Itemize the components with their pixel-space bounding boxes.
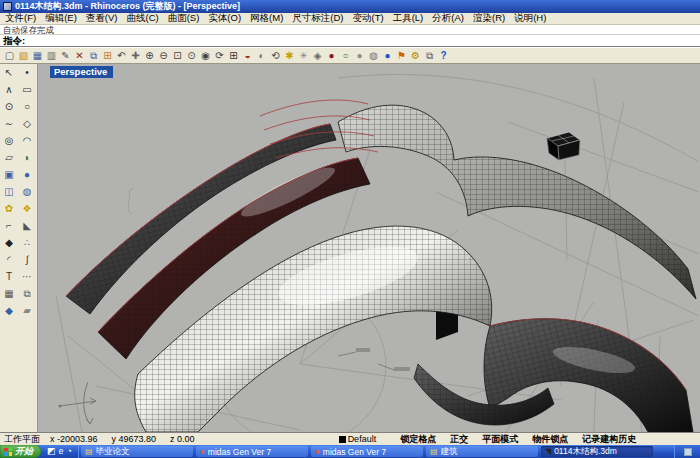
- curve-icon[interactable]: ∼: [0, 116, 18, 132]
- array-icon[interactable]: ▦: [0, 286, 18, 302]
- toggle-2[interactable]: 平面模式: [482, 433, 518, 446]
- circle-center-icon[interactable]: ⊙: [0, 99, 18, 115]
- viewport-layout-icon[interactable]: ⊞: [227, 49, 240, 63]
- start-button[interactable]: 开始: [0, 445, 41, 458]
- menu-item-8[interactable]: 变动(T): [353, 12, 384, 25]
- viewport-title[interactable]: Perspective: [50, 66, 113, 78]
- toggle-4[interactable]: 记录建构历史: [582, 433, 636, 446]
- sphere-red-icon[interactable]: ●: [325, 49, 338, 63]
- toggle-0[interactable]: 锁定格点: [400, 433, 436, 446]
- eraser-icon[interactable]: ▰: [18, 303, 36, 319]
- boolean-union-icon[interactable]: ✿: [0, 201, 18, 217]
- rectangle-icon[interactable]: ▭: [18, 82, 36, 98]
- menu-item-3[interactable]: 曲线(C): [126, 12, 158, 25]
- sphere-gray-icon[interactable]: ●: [353, 49, 366, 63]
- task-button-1[interactable]: ●midas Gen Ver 7: [196, 446, 308, 457]
- dim-path-icon[interactable]: ⋯: [18, 269, 36, 285]
- quicklaunch-ie-icon[interactable]: e: [59, 447, 64, 456]
- sphere-icon[interactable]: ●: [18, 167, 36, 183]
- menu-item-2[interactable]: 查看(V): [86, 12, 118, 25]
- zoom-window-icon[interactable]: ⊡: [171, 49, 184, 63]
- osnap-tools-icon[interactable]: ✱: [283, 49, 296, 63]
- menu-item-7[interactable]: 尺寸标注(D): [292, 12, 343, 25]
- task-button-3[interactable]: ▤建筑: [426, 446, 538, 457]
- boolean-difference-icon[interactable]: ❖: [18, 201, 36, 217]
- text-icon[interactable]: T: [0, 269, 18, 285]
- blend-icon[interactable]: ∫: [18, 252, 36, 268]
- shade-icon[interactable]: ◐: [255, 49, 268, 63]
- chamfer-icon[interactable]: ◣: [18, 218, 36, 234]
- copy-icon[interactable]: ⧉: [87, 49, 100, 63]
- hierarchy-icon[interactable]: ⧉: [423, 49, 436, 63]
- menu-item-9[interactable]: 工具(L): [393, 12, 424, 25]
- task-button-2[interactable]: ●midas Gen Ver 7: [311, 446, 423, 457]
- rotate-icon[interactable]: ⟲: [269, 49, 282, 63]
- new-icon[interactable]: ▢: [3, 49, 16, 63]
- menu-item-1[interactable]: 编辑(E): [45, 12, 77, 25]
- cplane-button[interactable]: 工作平面: [4, 433, 40, 446]
- ring-icon[interactable]: ○: [339, 49, 352, 63]
- delete-icon[interactable]: ✕: [73, 49, 86, 63]
- render-tools-icon[interactable]: ◒: [241, 49, 254, 63]
- lock-icon[interactable]: ◈: [311, 49, 324, 63]
- menu-item-4[interactable]: 曲面(S): [168, 12, 200, 25]
- ellipse-icon[interactable]: ◎: [0, 133, 18, 149]
- zoom-in-icon[interactable]: ⊕: [143, 49, 156, 63]
- curve-tools-icon[interactable]: ◜: [0, 252, 18, 268]
- windows-flag-icon: [4, 448, 12, 456]
- zoom-out-icon[interactable]: ⊖: [157, 49, 170, 63]
- task-button-4[interactable]: ◥0114木结构.3dm: [541, 446, 653, 457]
- open-icon[interactable]: ▧: [17, 49, 30, 63]
- command-prompt[interactable]: 指令:: [0, 35, 700, 47]
- undo-icon[interactable]: ↶: [115, 49, 128, 63]
- menu-item-11[interactable]: 渲染(R): [473, 12, 505, 25]
- drop-icon[interactable]: ◆: [0, 235, 18, 251]
- menu-item-6[interactable]: 网格(M): [250, 12, 283, 25]
- edit-icon[interactable]: ✎: [59, 49, 72, 63]
- task-button-0[interactable]: ▤毕业论文: [81, 446, 193, 457]
- point-icon[interactable]: •: [18, 65, 36, 81]
- toggle-1[interactable]: 正交: [450, 433, 468, 446]
- pan-icon[interactable]: ✚: [129, 49, 142, 63]
- system-tray[interactable]: [674, 445, 700, 458]
- small-box[interactable]: [547, 132, 580, 160]
- quicklaunch-desktop-icon[interactable]: ◔: [67, 447, 72, 456]
- ellipsoid-icon[interactable]: ◍: [18, 184, 36, 200]
- sphere-wire-icon[interactable]: ◍: [367, 49, 380, 63]
- save-icon[interactable]: ▦: [31, 49, 44, 63]
- cylinder-icon[interactable]: ◫: [0, 184, 18, 200]
- toggle-3[interactable]: 物件锁点: [532, 433, 568, 446]
- layer-indicator[interactable]: Default: [339, 434, 377, 444]
- group-icon[interactable]: ⧉: [18, 286, 36, 302]
- spheres-group-icon[interactable]: ∴: [18, 235, 36, 251]
- circle-2pt-icon[interactable]: ○: [18, 99, 36, 115]
- polyline-icon[interactable]: ∧: [0, 82, 18, 98]
- menu-item-5[interactable]: 实体(O): [208, 12, 241, 25]
- fillet-icon[interactable]: ⌐: [0, 218, 18, 234]
- perspective-viewport[interactable]: Perspective: [38, 64, 700, 432]
- help-icon[interactable]: ?: [437, 49, 450, 63]
- paste-icon[interactable]: ⊞: [101, 49, 114, 63]
- menu-item-0[interactable]: 文件(F): [5, 12, 36, 25]
- start-label: 开始: [15, 445, 33, 458]
- menu-item-12[interactable]: 说明(H): [514, 12, 546, 25]
- surface-curved-icon[interactable]: ◗: [18, 150, 36, 166]
- select-icon[interactable]: ↖: [0, 65, 18, 81]
- surface-icon[interactable]: ▱: [0, 150, 18, 166]
- print-icon[interactable]: ▥: [45, 49, 58, 63]
- task-icon-2: ●: [315, 448, 320, 456]
- gear-icon[interactable]: ⚙: [409, 49, 422, 63]
- zoom-extents-icon[interactable]: ⊙: [185, 49, 198, 63]
- globe-icon[interactable]: ●: [381, 49, 394, 63]
- arc-icon[interactable]: ◠: [18, 133, 36, 149]
- light-icon[interactable]: ☀: [297, 49, 310, 63]
- polygon-icon[interactable]: ◇: [18, 116, 36, 132]
- viewport-canvas[interactable]: [38, 64, 700, 432]
- menu-item-10[interactable]: 分析(A): [432, 12, 464, 25]
- flag-icon[interactable]: ⚑: [395, 49, 408, 63]
- rotate-view-icon[interactable]: ⟳: [213, 49, 226, 63]
- zoom-selected-icon[interactable]: ◉: [199, 49, 212, 63]
- polyhedron-icon[interactable]: ◆: [0, 303, 18, 319]
- quicklaunch-user-icon[interactable]: ◩: [47, 447, 56, 456]
- box-icon[interactable]: ▣: [0, 167, 18, 183]
